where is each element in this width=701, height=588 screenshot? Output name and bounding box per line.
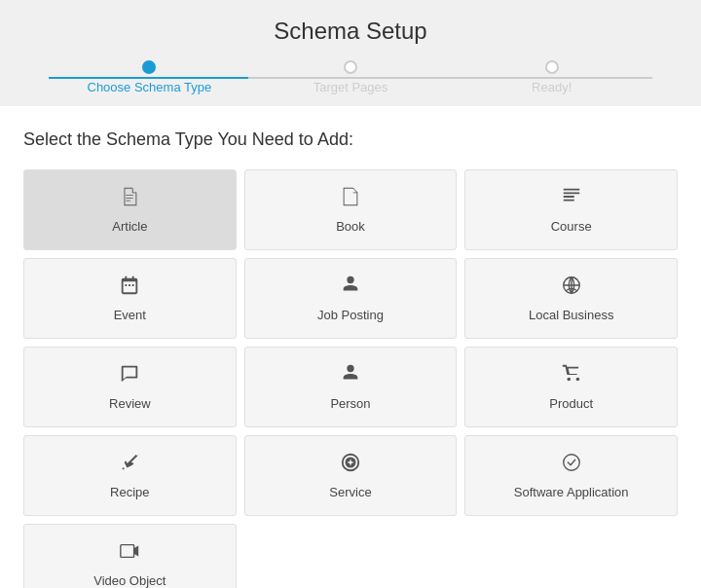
schema-label-course: Course — [551, 219, 592, 234]
event-icon — [119, 275, 140, 300]
schema-item-job-posting[interactable]: Job Posting — [244, 258, 458, 339]
header: Schema Setup — [0, 0, 701, 45]
video-object-icon — [119, 540, 140, 566]
schema-label-video-object: Video Object — [93, 573, 166, 588]
schema-item-person[interactable]: Person — [244, 347, 458, 427]
schema-item-software-application[interactable]: Software Application — [464, 435, 678, 516]
section-title: Select the Schema Type You Need to Add: — [23, 129, 678, 150]
recipe-icon — [119, 452, 140, 477]
schema-label-recipe: Recipe — [110, 485, 149, 499]
schema-label-review: Review — [109, 396, 151, 411]
book-icon — [340, 186, 361, 211]
schema-item-article[interactable]: Article — [23, 169, 237, 250]
schema-label-local-business: Local Business — [529, 308, 613, 322]
step-dot-choose — [142, 60, 156, 74]
step-target-pages[interactable]: Target Pages — [250, 60, 452, 94]
schema-label-event: Event — [114, 308, 146, 322]
schema-item-service[interactable]: Service — [244, 435, 458, 516]
schema-item-video-object[interactable]: Video Object — [23, 524, 237, 588]
step-choose-schema[interactable]: Choose Schema Type — [49, 60, 250, 94]
step-dot-ready — [545, 60, 559, 74]
schema-grid: ArticleBookCourseEventJob PostingLocal B… — [23, 169, 678, 588]
software-application-icon — [561, 452, 582, 477]
svg-rect-2 — [121, 545, 134, 558]
schema-label-service: Service — [329, 485, 371, 499]
schema-label-job-posting: Job Posting — [317, 308, 384, 322]
svg-point-1 — [563, 455, 579, 471]
schema-item-review[interactable]: Review — [23, 347, 237, 427]
steps-wrapper: Choose Schema Type Target Pages Ready! — [0, 60, 701, 106]
course-icon — [561, 186, 582, 211]
step-label-choose: Choose Schema Type — [88, 80, 212, 94]
steps-track: Choose Schema Type Target Pages Ready! — [49, 60, 652, 94]
schema-item-event[interactable]: Event — [23, 258, 237, 339]
step-label-ready: Ready! — [532, 80, 572, 94]
page-wrapper: Schema Setup Choose Schema Type Target P… — [0, 0, 701, 588]
review-icon — [119, 363, 140, 388]
local-business-icon — [561, 275, 582, 300]
page-title: Schema Setup — [0, 18, 701, 45]
article-icon — [119, 186, 140, 211]
job-posting-icon — [340, 275, 361, 300]
step-dot-target — [344, 60, 357, 74]
schema-item-local-business[interactable]: Local Business — [464, 258, 678, 339]
product-icon — [561, 363, 582, 388]
schema-label-person: Person — [330, 396, 370, 411]
schema-item-recipe[interactable]: Recipe — [23, 435, 237, 516]
schema-label-article: Article — [112, 219, 147, 234]
person-icon — [340, 363, 361, 388]
content-area: Select the Schema Type You Need to Add: … — [0, 106, 701, 588]
schema-label-book: Book — [336, 219, 365, 234]
schema-label-product: Product — [549, 396, 593, 411]
schema-item-product[interactable]: Product — [464, 347, 678, 427]
schema-label-software-application: Software Application — [514, 485, 629, 499]
schema-item-course[interactable]: Course — [464, 169, 678, 250]
step-ready[interactable]: Ready! — [451, 60, 652, 94]
step-label-target: Target Pages — [314, 80, 388, 94]
service-icon — [340, 452, 361, 477]
schema-item-book[interactable]: Book — [244, 169, 458, 250]
